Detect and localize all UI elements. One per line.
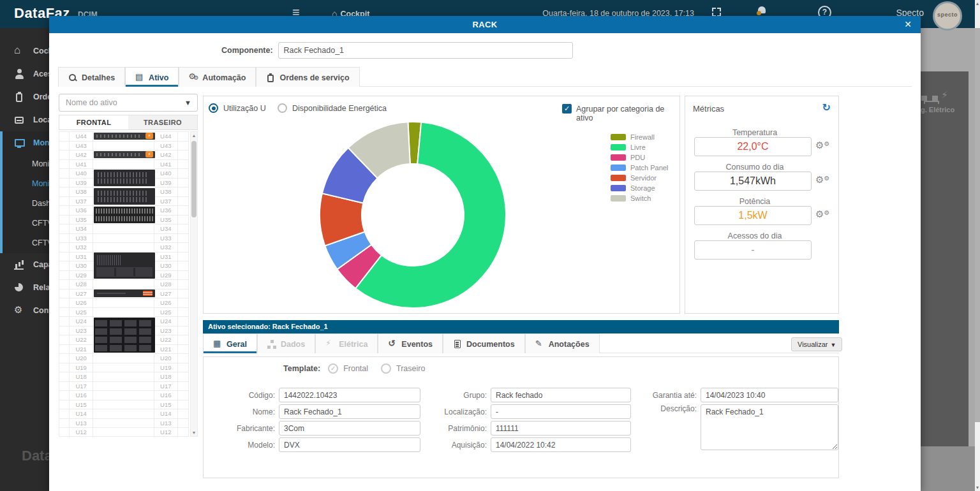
notifications-bell-icon[interactable] <box>757 6 767 16</box>
legend-label: Firewall <box>630 133 655 141</box>
rack-device-switch2u[interactable] <box>94 170 155 186</box>
rack-edge-cell <box>178 169 188 178</box>
legend-label: PDU <box>630 154 645 161</box>
rack-device-logo1u[interactable] <box>94 289 155 297</box>
codigo-input[interactable] <box>279 388 420 402</box>
rack-slot[interactable] <box>93 428 154 437</box>
rack-unit-label-left: U44 <box>70 132 94 141</box>
tab-ordens-de-servico[interactable]: Ordens de serviço <box>256 67 359 87</box>
tab-ativo[interactable]: Ativo <box>125 67 179 87</box>
patrimonio-input[interactable] <box>491 421 631 436</box>
avatar[interactable]: specto <box>933 1 962 31</box>
componente-input[interactable] <box>278 42 573 59</box>
legend-item-servidor[interactable]: Servidor <box>611 173 668 183</box>
patrimonio-label: Patrimônio: <box>420 424 491 433</box>
legend-item-patch-panel[interactable]: Patch Panel <box>611 163 668 173</box>
legend-label: Storage <box>630 184 655 192</box>
rack-slot[interactable] <box>93 409 154 418</box>
rack-unit-label-left: U32 <box>70 243 94 252</box>
rack-unit-label-right: U25 <box>154 308 179 317</box>
tab-documentos[interactable]: Documentos <box>443 333 525 353</box>
descricao-textarea[interactable]: Rack Fechado_1 <box>701 404 838 450</box>
rack-slot[interactable] <box>93 308 154 317</box>
gears-icon[interactable]: ⚙ <box>815 209 829 220</box>
radio-frontal[interactable]: ✓ <box>328 363 338 374</box>
rack-device-server3u[interactable] <box>94 253 155 279</box>
scroll-down-icon[interactable]: ▼ <box>191 430 197 435</box>
modelo-input[interactable] <box>279 437 420 452</box>
rack-scrollbar-thumb[interactable] <box>191 141 197 217</box>
rack-slot[interactable] <box>93 419 154 428</box>
rack-slot[interactable] <box>93 354 154 363</box>
rack-slot[interactable] <box>93 372 154 381</box>
tab-eventos[interactable]: Eventos <box>378 333 443 353</box>
tab-automacao[interactable]: Automação <box>179 67 256 87</box>
legend-item-storage[interactable]: Storage <box>611 183 668 193</box>
rack-edge-cell <box>59 253 70 261</box>
rack-slot[interactable] <box>93 280 154 289</box>
fabricante-input[interactable] <box>279 421 420 436</box>
scroll-down-icon[interactable]: ▼ <box>975 485 980 490</box>
rack-unit-label-left: U25 <box>70 308 94 317</box>
radio-traseiro[interactable] <box>381 363 391 374</box>
tab-frontal[interactable]: FRONTAL <box>59 115 128 129</box>
rack-unit-label-left: U18 <box>70 372 94 381</box>
rack-unit-label-left: U33 <box>70 234 94 243</box>
rack-slot[interactable] <box>93 224 154 233</box>
rack-unit-label-left: U31 <box>70 253 94 261</box>
rack-edge-cell <box>59 409 70 418</box>
metric-label-acessos-do-dia: Acessos do dia <box>685 231 824 240</box>
page-scrollbar-thumb[interactable] <box>975 28 980 422</box>
legend-item-livre[interactable]: Livre <box>611 142 668 152</box>
rack-slot[interactable] <box>93 142 154 150</box>
asset-name-select[interactable]: Nome do ativo ▼ <box>59 94 198 112</box>
tab-label: Ativo <box>149 73 168 82</box>
rack-slot[interactable] <box>93 298 154 307</box>
gears-icon[interactable]: ⚙ <box>815 174 829 186</box>
aquisicao-input[interactable] <box>491 437 631 452</box>
close-icon[interactable]: ✕ <box>904 16 912 33</box>
garantia-input[interactable] <box>701 388 838 402</box>
rack-slot[interactable] <box>93 243 154 252</box>
radio-disponibilidade-energetica[interactable] <box>278 103 287 113</box>
rack-slot[interactable] <box>93 234 154 243</box>
rack-slot[interactable] <box>93 363 154 372</box>
rack-edge-cell <box>178 187 188 196</box>
fullscreen-icon[interactable] <box>712 8 721 17</box>
donut-chart[interactable] <box>317 119 509 311</box>
metric-value-consumo-do-dia: 1,547kWh <box>694 172 812 191</box>
rack-scrollbar[interactable]: ▲ ▼ <box>190 131 198 437</box>
grupo-input[interactable] <box>491 388 631 402</box>
refresh-icon[interactable]: ↻ <box>822 101 831 114</box>
legend-item-pdu[interactable]: PDU <box>611 152 668 163</box>
rack-view-tabs: FRONTAL TRASEIRO <box>59 115 198 130</box>
rack-row: U13U13 <box>59 419 188 429</box>
rack-edge-cell <box>178 234 188 243</box>
rack-slot[interactable] <box>93 160 154 169</box>
scroll-up-icon[interactable]: ▲ <box>191 133 197 138</box>
legend-item-firewall[interactable]: Firewall <box>611 132 668 142</box>
radio-utilizacao-u[interactable] <box>209 103 218 113</box>
rack-slot[interactable] <box>93 400 154 409</box>
page-scrollbar[interactable]: ▲ ▼ <box>975 0 980 491</box>
rack-slot[interactable] <box>93 382 154 391</box>
visualizar-button[interactable]: Visualizar▼ <box>791 337 842 351</box>
rack-edge-cell <box>59 363 70 372</box>
scroll-up-icon[interactable]: ▲ <box>975 1 980 6</box>
localizacao-input[interactable] <box>491 404 631 419</box>
rack-device-storage4u[interactable] <box>94 318 155 353</box>
rack-device-pdu1u[interactable] <box>94 151 155 159</box>
group-by-category-checkbox[interactable]: ✓ <box>562 104 572 114</box>
rack-unit-label-right: U29 <box>154 271 179 280</box>
tab-detalhes[interactable]: Detalhes <box>58 67 125 87</box>
rack-device-switch2u[interactable] <box>94 188 155 205</box>
gears-icon[interactable]: ⚙ <box>815 140 829 151</box>
tab-anotacoes[interactable]: Anotações <box>525 333 600 353</box>
rack-device-pdu1u[interactable] <box>94 133 155 140</box>
rack-device-patch2u[interactable] <box>94 207 155 223</box>
legend-item-switch[interactable]: Switch <box>611 193 668 203</box>
tab-traseiro[interactable]: TRASEIRO <box>128 115 197 129</box>
rack-slot[interactable] <box>93 391 154 400</box>
nome-input[interactable] <box>279 404 420 419</box>
tab-geral[interactable]: Geral <box>203 333 257 353</box>
